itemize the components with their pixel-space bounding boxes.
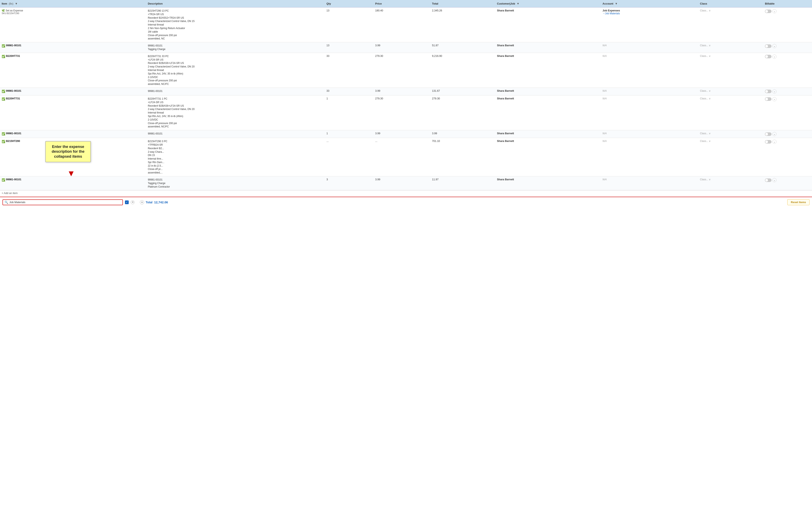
item-label: Set as Expense <box>6 9 23 12</box>
row-expand-button[interactable]: ⌄ <box>772 97 777 101</box>
billable-toggle-wrap: ⌄ <box>765 9 810 13</box>
table-row: ✅ 99981-00101 99981-00101333.99131.67Sha… <box>0 88 812 95</box>
billable-toggle[interactable] <box>765 44 772 48</box>
account-na: N/A <box>603 178 607 181</box>
customer-job-cell: Shara Barnett <box>495 7 601 42</box>
col-header-price: Price <box>374 0 431 7</box>
billable-cell: ⌄ <box>763 88 812 95</box>
item-name: ✅ B220HT731 <box>2 97 144 101</box>
account-cell: N/A <box>601 138 698 176</box>
arrow-down-icon: ▼ <box>67 169 75 177</box>
total-cell: 131.67 <box>430 88 495 95</box>
billable-toggle[interactable] <box>765 97 772 101</box>
price-cell: 3.99 <box>374 42 431 53</box>
row-expand-button[interactable]: ⌄ <box>772 89 777 94</box>
total-label: Total <box>146 201 152 204</box>
class-cell[interactable]: Class... ∨ <box>698 130 763 138</box>
billable-toggle[interactable] <box>765 9 772 13</box>
row-expand-button[interactable]: ⌄ <box>772 132 777 136</box>
account-sort-icon[interactable]: ▼ <box>615 2 617 5</box>
item-label: 99981-00101 <box>6 132 21 135</box>
price-cell: 3.99 <box>374 130 431 138</box>
clear-filter-button[interactable]: ✕ <box>131 201 135 204</box>
class-dropdown[interactable]: Class... ∨ <box>700 55 761 58</box>
account-na: N/A <box>603 140 607 143</box>
account-sub-link[interactable]: →Job Materials <box>603 12 620 15</box>
class-dropdown[interactable]: Class... ∨ <box>700 132 761 135</box>
desc-cell: 99981-00101 <box>146 130 325 138</box>
class-dropdown[interactable]: Class... ∨ <box>700 44 761 47</box>
check-circle-icon: ✅ <box>2 55 5 58</box>
reset-items-button[interactable]: Reset Items <box>787 199 810 205</box>
row-expand-button[interactable]: ⌄ <box>772 44 777 48</box>
table-header-row: Item (8x) ▼ Description Qty Price Total <box>0 0 812 7</box>
customer-job-cell: Shara Barnett <box>495 138 601 176</box>
class-cell[interactable]: Class... ∨ <box>698 138 763 176</box>
billable-toggle[interactable] <box>765 140 772 144</box>
add-item-button[interactable]: + Add an item <box>0 190 812 196</box>
table-row: ✅ B220HT731 B220HT731 1 PC+LF24-SR USReo… <box>0 95 812 130</box>
total-cell: 51.87 <box>430 42 495 53</box>
class-cell[interactable]: Class... ∨ <box>698 88 763 95</box>
billable-cell: ⌄ <box>763 95 812 130</box>
qty-cell: 13 <box>325 42 374 53</box>
price-cell: 180.40 <box>374 7 431 42</box>
check-circle-icon: ✅ <box>2 178 5 182</box>
customer-job-value: Shara Barnett <box>497 9 514 12</box>
class-cell[interactable]: Class... ∨ <box>698 176 763 190</box>
table-row: ✅ 99981-00101 99981-00101Tagging ChargeP… <box>0 176 812 190</box>
class-dropdown[interactable]: Class... ∨ <box>700 178 761 181</box>
billable-toggle[interactable] <box>765 55 772 58</box>
row-expand-button[interactable]: ⌄ <box>772 178 777 182</box>
total-cell: 9,216.90 <box>430 53 495 88</box>
class-placeholder: Class... <box>700 140 708 143</box>
row-expand-button[interactable]: ⌄ <box>772 55 777 59</box>
check-circle-icon: ✅ <box>2 97 5 101</box>
class-chevron-icon: ∨ <box>709 44 711 47</box>
item-name: ✅ B220HT731 <box>2 55 144 58</box>
customer-job-value: Shara Barnett <box>497 132 514 135</box>
col-header-item[interactable]: Item (8x) ▼ <box>0 0 146 7</box>
billable-toggle[interactable] <box>765 132 772 136</box>
class-dropdown[interactable]: Class... ∨ <box>700 9 761 12</box>
class-cell[interactable]: Class... ∨ <box>698 53 763 88</box>
qty-cell: 33 <box>325 88 374 95</box>
billable-toggle-wrap: ⌄ <box>765 132 810 136</box>
row-expand-button[interactable]: ⌄ <box>772 9 777 13</box>
account-cell: N/A <box>601 88 698 95</box>
class-cell[interactable]: Class... ∨ <box>698 42 763 53</box>
custjob-sort-icon[interactable]: ▼ <box>517 2 519 5</box>
item-label: 99981-00101 <box>6 89 21 92</box>
search-input[interactable] <box>9 201 121 204</box>
qty-cell: 33 <box>325 53 374 88</box>
col-header-custjob[interactable]: Customer|Job ▼ <box>495 0 601 7</box>
class-cell[interactable]: Class... ∨ <box>698 7 763 42</box>
desc-text: B215HT290 13 PC+TR24-SR USReorder# B2A5S… <box>148 9 323 40</box>
item-cell: ✅ B220HT731 <box>0 95 146 130</box>
col-header-account[interactable]: Account ▼ <box>601 0 698 7</box>
class-dropdown[interactable]: Class... ∨ <box>700 97 761 100</box>
item-cell: ✅ 99981-00101 <box>0 176 146 190</box>
table-row: ✅ B220HT731 B220HT731 33 PC+LF24-SR USRe… <box>0 53 812 88</box>
total-chevron-button[interactable]: ⊖ <box>140 200 144 204</box>
col-header-total: Total <box>430 0 495 7</box>
billable-toggle[interactable] <box>765 178 772 182</box>
item-sort-icon[interactable]: ▼ <box>15 2 18 5</box>
filter-checkbox[interactable]: ✓ <box>125 201 129 204</box>
items-table: Item (8x) ▼ Description Qty Price Total <box>0 0 812 190</box>
class-placeholder: Class... <box>700 97 708 100</box>
customer-job-cell: Shara Barnett <box>495 42 601 53</box>
item-cell: ✅ 99981-00101 <box>0 42 146 53</box>
total-value: 12,742.06 <box>154 201 168 204</box>
row-expand-button[interactable]: ⌄ <box>772 140 777 144</box>
total-cell: 11.97 <box>430 176 495 190</box>
class-placeholder: Class... <box>700 9 708 12</box>
class-dropdown[interactable]: Class... ∨ <box>700 89 761 92</box>
account-na: N/A <box>603 132 607 135</box>
class-cell[interactable]: Class... ∨ <box>698 95 763 130</box>
class-dropdown[interactable]: Class... ∨ <box>700 140 761 143</box>
tooltip-box: Enter the expense description for the co… <box>45 141 91 162</box>
search-icon: 🔍 <box>5 201 8 204</box>
billable-toggle[interactable] <box>765 90 772 93</box>
qty-cell: 13 <box>325 7 374 42</box>
